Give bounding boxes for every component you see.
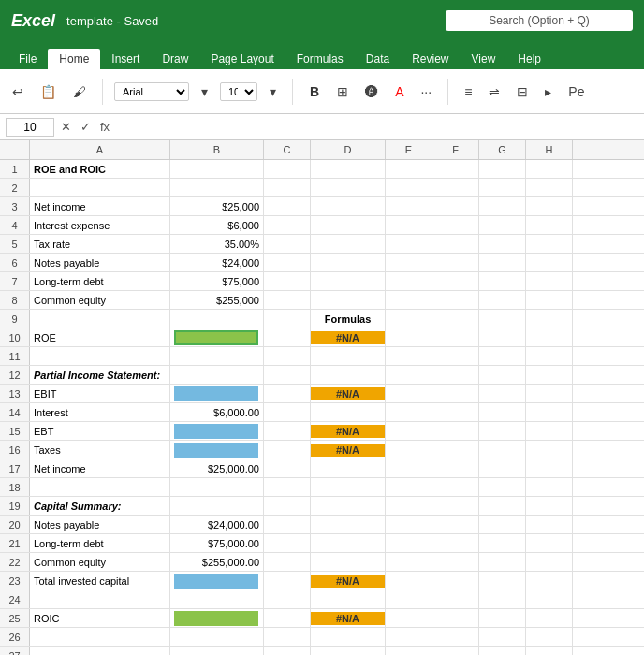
cell-e2[interactable] [386,179,432,196]
cell-g4[interactable] [479,216,526,234]
cell-c5[interactable] [264,235,311,253]
cell-g19[interactable] [479,497,526,515]
cell-e16[interactable] [386,441,432,458]
cell-h3[interactable] [526,197,573,215]
cell-f15[interactable] [432,422,479,440]
cell-a5[interactable]: Tax rate [30,235,170,253]
col-header-h[interactable]: H [526,140,573,159]
cell-d20[interactable] [311,516,386,533]
col-header-f[interactable]: F [432,140,479,159]
roe-input-cell[interactable] [174,330,258,345]
cell-h25[interactable] [526,609,573,627]
cell-f6[interactable] [432,254,479,271]
cell-b27[interactable] [170,647,264,655]
confirm-icon[interactable]: ✓ [78,120,94,134]
cell-d12[interactable] [311,366,386,384]
cell-d15[interactable]: #N/A [311,422,386,440]
cell-g8[interactable] [479,291,526,309]
cell-a20[interactable]: Notes payable [30,516,170,533]
cell-c14[interactable] [264,403,311,421]
cell-g16[interactable] [479,441,526,458]
cell-a6[interactable]: Notes payable [30,254,170,271]
cell-g21[interactable] [479,534,526,552]
cell-b26[interactable] [170,628,264,646]
cell-e15[interactable] [386,422,432,440]
cell-b7[interactable]: $75,000 [170,272,264,290]
cell-b6[interactable]: $24,000 [170,254,264,271]
cell-a23[interactable]: Total invested capital [30,572,170,590]
fontsize-dropdown-icon[interactable]: ▾ [265,82,281,101]
cell-f24[interactable] [432,590,479,608]
cell-b18[interactable] [170,478,264,496]
cell-b15[interactable] [170,422,264,440]
cell-d3[interactable] [311,197,386,215]
cell-c16[interactable] [264,441,311,458]
cell-c7[interactable] [264,272,311,290]
cell-c9[interactable] [264,310,311,328]
cell-h16[interactable] [526,441,573,458]
cell-d14[interactable] [311,403,386,421]
cell-f16[interactable] [432,441,479,458]
cell-h12[interactable] [526,366,573,384]
search-box[interactable]: Search (Option + Q) [446,10,633,31]
cell-h8[interactable] [526,291,573,309]
cell-g12[interactable] [479,366,526,384]
cell-d13[interactable]: #N/A [311,385,386,402]
tab-home[interactable]: Home [48,49,100,69]
cell-c25[interactable] [264,609,311,627]
cell-d4[interactable] [311,216,386,234]
cell-h7[interactable] [526,272,573,290]
format-icon[interactable]: ⊟ [512,82,533,101]
cell-f5[interactable] [432,235,479,253]
cell-a25[interactable]: ROIC [30,609,170,627]
cell-c20[interactable] [264,516,311,533]
cell-e18[interactable] [386,478,432,496]
cell-e3[interactable] [386,197,432,215]
cell-b14[interactable]: $6,000.00 [170,403,264,421]
cell-f26[interactable] [432,628,479,646]
cell-b13[interactable] [170,385,264,402]
cell-a8[interactable]: Common equity [30,291,170,309]
cell-e19[interactable] [386,497,432,515]
cell-g10[interactable] [479,328,526,346]
cell-f8[interactable] [432,291,479,309]
cell-e12[interactable] [386,366,432,384]
cell-b16[interactable] [170,441,264,458]
roic-cell[interactable] [174,611,258,626]
cell-h11[interactable] [526,347,573,365]
col-header-g[interactable]: G [479,140,526,159]
cell-d21[interactable] [311,534,386,552]
cell-b1[interactable] [170,160,264,178]
cell-c19[interactable] [264,497,311,515]
cell-a14[interactable]: Interest [30,403,170,421]
cell-f3[interactable] [432,197,479,215]
cell-b8[interactable]: $255,000 [170,291,264,309]
col-header-a[interactable]: A [30,140,170,159]
cell-d5[interactable] [311,235,386,253]
font-dropdown-icon[interactable]: ▾ [197,82,212,101]
cell-a15[interactable]: EBT [30,422,170,440]
col-header-c[interactable]: C [264,140,311,159]
cell-g18[interactable] [479,478,526,496]
cell-a27[interactable] [30,647,170,655]
cell-g7[interactable] [479,272,526,290]
tab-file[interactable]: File [7,49,48,69]
cell-g3[interactable] [479,197,526,215]
cell-f25[interactable] [432,609,479,627]
font-select[interactable]: Arial [114,82,189,101]
cell-reference[interactable] [6,118,54,137]
cell-b17[interactable]: $25,000.00 [170,459,264,477]
right-icon[interactable]: ▸ [540,82,556,101]
cell-g25[interactable] [479,609,526,627]
cell-g23[interactable] [479,572,526,590]
tab-draw[interactable]: Draw [151,49,199,69]
cell-a12[interactable]: Partial Income Statement: [30,366,170,384]
cell-c17[interactable] [264,459,311,477]
cell-e6[interactable] [386,254,432,271]
cell-b20[interactable]: $24,000.00 [170,516,264,533]
cell-c21[interactable] [264,534,311,552]
cell-e10[interactable] [386,328,432,346]
cell-f14[interactable] [432,403,479,421]
cell-h26[interactable] [526,628,573,646]
cell-f23[interactable] [432,572,479,590]
